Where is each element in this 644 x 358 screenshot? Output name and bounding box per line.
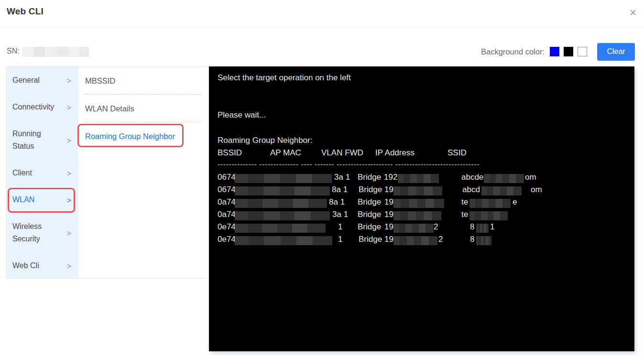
redacted-block — [393, 224, 434, 233]
operation-submenu: MBSSID WLAN Details Roaming Group Neighb… — [78, 67, 206, 278]
terminal-text-segment: Bridge — [359, 235, 382, 244]
swatch-white[interactable] — [578, 47, 587, 56]
chevron-right-icon: > — [67, 76, 71, 85]
terminal-output-row: 0e741Bridge1928 — [218, 235, 628, 247]
dialog-title: Web CLI — [7, 6, 44, 17]
redacted-block — [393, 199, 444, 208]
terminal-text-segment: 19 — [384, 222, 393, 232]
chevron-right-icon: > — [67, 169, 71, 177]
terminal-text-segment: 192 — [384, 173, 397, 182]
terminal-text-segment: 1 — [338, 222, 342, 232]
terminal-text-segment: om — [531, 185, 542, 195]
redacted-block — [398, 174, 439, 183]
terminal-text-segment: 2 — [434, 222, 438, 232]
close-icon[interactable]: ✕ — [626, 6, 640, 19]
swatch-blue[interactable] — [550, 47, 559, 56]
sidebar-item-general[interactable]: General > — [7, 67, 78, 94]
redacted-block — [235, 236, 332, 245]
submenu-item-label: Roaming Group Neighbor — [85, 132, 175, 141]
submenu-item-mbssid[interactable]: MBSSID — [78, 67, 206, 95]
submenu-item-wlan-details[interactable]: WLAN Details — [78, 95, 206, 122]
category-sidebar: General > Connectivity > Running Status … — [7, 67, 78, 278]
sidebar-item-web-cli[interactable]: Web Cli > — [7, 252, 78, 279]
terminal-text-segment: 0a74 — [218, 210, 236, 219]
sidebar-item-connectivity[interactable]: Connectivity > — [7, 94, 78, 120]
terminal-output-row: 06743a 1Bridge192abcdeom — [218, 173, 628, 185]
terminal-column-header: VLAN FWD — [321, 148, 363, 158]
swatch-black[interactable] — [564, 47, 573, 56]
terminal-text-segment: Bridge — [358, 222, 381, 232]
terminal-table-rows: 06743a 1Bridge192abcdeom06748a 1Bridge19… — [218, 173, 628, 247]
redacted-block — [469, 199, 511, 208]
terminal-table-divider: -------------- -------------- ---- -----… — [218, 160, 628, 172]
redacted-block — [235, 174, 332, 183]
redacted-block — [476, 236, 491, 245]
terminal-text-segment: te — [461, 197, 468, 207]
sidebar-item-label: Wireless Security — [12, 220, 58, 245]
terminal-output-row: 0a743a 1Bridge19te — [218, 210, 628, 222]
terminal-column-header: AP MAC — [270, 148, 301, 158]
redacted-block — [469, 211, 508, 220]
terminal-text-segment: 1 — [338, 235, 342, 244]
sidebar-item-wireless-security[interactable]: Wireless Security > — [7, 213, 78, 252]
sidebar-item-label: Connectivity — [12, 101, 54, 113]
terminal-text-segment: 8a 1 — [332, 185, 348, 195]
terminal-text-segment: 19 — [384, 185, 393, 195]
redacted-block — [484, 174, 524, 183]
terminal-wait-line: Please wait... — [218, 110, 628, 122]
terminal-text-segment: 8a 1 — [329, 197, 345, 207]
terminal-text-segment: 19 — [384, 197, 393, 207]
terminal-text-segment: 0674 — [218, 173, 236, 182]
operation-panel: General > Connectivity > Running Status … — [6, 66, 206, 279]
terminal-column-header: IP Address — [375, 148, 415, 158]
header-divider — [0, 27, 644, 27]
terminal-text-segment: 8 — [470, 235, 474, 244]
terminal-text-segment: 1 — [490, 222, 494, 232]
submenu-item-label: MBSSID — [85, 76, 115, 86]
background-color-label: Background color: — [481, 47, 545, 56]
terminal-text-segment: 3a 1 — [332, 210, 348, 219]
terminal-text-segment: 3a 1 — [334, 173, 350, 182]
terminal-text-segment: Bridge — [359, 185, 382, 195]
chevron-right-icon: > — [67, 103, 71, 111]
terminal-output-row: 0a748a 1Bridge19tee — [218, 197, 628, 210]
cli-output-terminal: Select the target operation on the left … — [209, 66, 634, 351]
sidebar-item-wlan[interactable]: WLAN > — [7, 186, 78, 213]
terminal-column-header: SSID — [448, 148, 467, 158]
terminal-text-segment: Bridge — [358, 197, 381, 207]
sidebar-item-label: Running Status — [12, 128, 58, 152]
terminal-text-segment: 0e74 — [218, 222, 236, 232]
redacted-block — [393, 186, 442, 195]
sn-value-redacted — [22, 47, 89, 57]
redacted-block — [481, 186, 522, 195]
redacted-block — [393, 211, 441, 220]
terminal-text-segment: abcde — [461, 173, 483, 182]
terminal-text-segment: 0e74 — [218, 235, 236, 244]
terminal-text-segment: Bridge — [358, 210, 381, 219]
terminal-text-segment: Bridge — [358, 173, 381, 182]
terminal-text-segment: om — [525, 173, 536, 182]
terminal-text-segment: abcd — [462, 185, 480, 195]
terminal-section-title: Roaming Group Neighbor: — [218, 136, 628, 147]
sidebar-item-label: Client — [12, 167, 32, 179]
redacted-block — [235, 199, 327, 208]
redacted-block — [235, 211, 330, 220]
terminal-output-row: 0e741Bridge19281 — [218, 222, 628, 235]
sidebar-item-label: WLAN — [12, 194, 34, 206]
redacted-block — [393, 236, 437, 245]
terminal-text-segment: te — [461, 210, 468, 219]
terminal-output-row: 06748a 1Bridge19abcdom — [218, 185, 628, 197]
terminal-text-segment: 19 — [384, 210, 393, 219]
web-cli-dialog: Web CLI ✕ SN: Background color: Clear Ge… — [0, 0, 644, 358]
sidebar-item-client[interactable]: Client > — [7, 160, 78, 186]
submenu-item-roaming-group-neighbor[interactable]: Roaming Group Neighbor — [78, 122, 206, 150]
terminal-text-segment: e — [513, 197, 517, 207]
terminal-text-segment: 0674 — [218, 185, 236, 195]
background-color-controls: Background color: Clear — [481, 42, 635, 61]
sidebar-item-running-status[interactable]: Running Status > — [7, 120, 78, 160]
sidebar-item-label: Web Cli — [12, 260, 39, 272]
chevron-right-icon: > — [67, 262, 71, 270]
chevron-right-icon: > — [67, 136, 71, 144]
terminal-column-header: BSSID — [218, 148, 242, 158]
clear-button[interactable]: Clear — [597, 43, 635, 61]
